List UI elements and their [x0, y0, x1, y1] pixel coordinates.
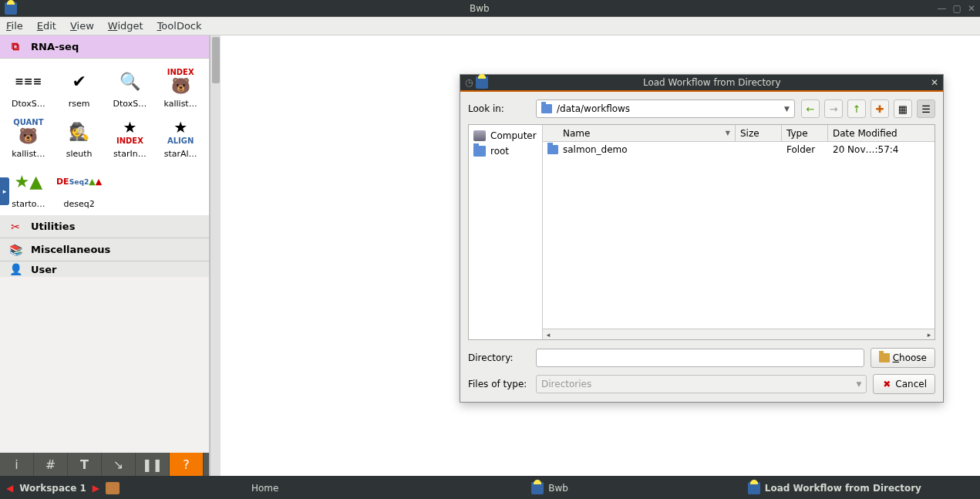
widget-rsem[interactable]: ✔rsem: [56, 63, 103, 110]
folder-icon: [879, 353, 890, 362]
category-label: Miscellaneous: [31, 244, 110, 255]
category-label: RNA-seq: [31, 41, 79, 52]
app-icon: [5, 2, 17, 15]
maximize-button[interactable]: ▢: [953, 3, 961, 14]
deseq2-icon: DESeq2▲▲: [61, 165, 98, 197]
task-home[interactable]: Home: [126, 483, 404, 494]
load-workflow-dialog: ◷ Load Workflow from Directory ✕ Look in…: [460, 74, 944, 403]
widget-dtoxs-1[interactable]: ≡≡≡DtoxS…: [5, 63, 52, 110]
column-name[interactable]: Name▼: [543, 125, 736, 141]
star-index-icon: ★INDEX: [111, 115, 148, 147]
widget-dtoxs-2[interactable]: 🔍DtoxS…: [106, 63, 154, 110]
folder-icon: [473, 146, 486, 157]
sidebar-scrollbar[interactable]: [210, 35, 221, 476]
place-computer[interactable]: Computer: [472, 128, 539, 143]
magnifier-icon: 🔍: [111, 65, 148, 97]
canvas[interactable]: ◷ Load Workflow from Directory ✕ Look in…: [221, 35, 980, 476]
workspace-next-icon[interactable]: ▶: [93, 483, 99, 494]
dialog-close-button[interactable]: ✕: [931, 77, 938, 88]
file-rows[interactable]: salmon_demo Folder 20 Nov…:57:4: [543, 142, 935, 329]
close-button[interactable]: ✕: [968, 3, 975, 14]
folder-icon: [547, 145, 558, 154]
text-button[interactable]: T: [68, 453, 102, 476]
files-of-type-value: Directories: [541, 379, 591, 389]
minimize-button[interactable]: —: [938, 3, 947, 14]
startools-icon: ★▲: [10, 165, 47, 197]
files-of-type-label: Files of type:: [468, 379, 530, 389]
cancel-button[interactable]: ✖Cancel: [873, 374, 935, 394]
grid-button[interactable]: #: [34, 453, 68, 476]
widget-star-index[interactable]: ★INDEXstarIn…: [106, 113, 154, 160]
chevron-down-icon: ▼: [856, 380, 861, 388]
taskbar: ◀ Workspace 1 ▶ Home Bwb Load Workflow f…: [0, 477, 980, 499]
widget-grid: ≡≡≡DtoxS… ✔rsem 🔍DtoxS… INDEX🐻kallist… Q…: [0, 59, 209, 215]
workarea: ⧉ RNA-seq ≡≡≡DtoxS… ✔rsem 🔍DtoxS… INDEX🐻…: [0, 35, 980, 476]
category-user[interactable]: 👤 User: [0, 261, 209, 277]
rsem-icon: ✔: [61, 65, 98, 97]
home-folder-icon[interactable]: [106, 482, 120, 494]
main-window: File Edit View Widget ToolDock ⧉ RNA-seq…: [0, 17, 980, 476]
pause-button[interactable]: ❚❚: [136, 453, 170, 476]
widget-star-align[interactable]: ★ALIGNstarAl…: [157, 113, 204, 160]
folder-icon: [541, 104, 552, 113]
forward-button[interactable]: →: [824, 99, 843, 118]
bottom-toolbar: i # T ↘ ❚❚ ?: [0, 453, 209, 476]
files-of-type-combo: Directories ▼: [536, 375, 867, 393]
side-panel-toggle[interactable]: ▸: [0, 177, 9, 205]
sort-indicator-icon: ▼: [726, 130, 730, 137]
bwb-icon: [748, 482, 760, 494]
bwb-icon: [531, 482, 544, 494]
file-list-header: Name▼ Size Type Date Modified: [543, 125, 935, 142]
help-button[interactable]: ?: [170, 453, 204, 476]
category-rna-seq[interactable]: ⧉ RNA-seq: [0, 35, 209, 59]
kallisto-quant-icon: QUANT🐻: [10, 115, 47, 147]
path-value: /data/workflows: [557, 103, 630, 114]
place-root[interactable]: root: [472, 143, 539, 159]
file-row[interactable]: salmon_demo Folder 20 Nov…:57:4: [543, 142, 935, 157]
category-miscellaneous[interactable]: 📚 Miscellaneous: [0, 238, 209, 261]
look-in-label: Look in:: [468, 103, 530, 114]
horizontal-scrollbar[interactable]: ◂ ▸: [543, 329, 935, 339]
directory-input[interactable]: [536, 349, 864, 367]
column-type[interactable]: Type: [782, 125, 828, 141]
file-browser: Computer root Name▼ Size Type: [468, 124, 935, 340]
sleuth-icon: 🕵: [61, 115, 98, 147]
widget-startools[interactable]: ★▲starto…: [5, 164, 52, 211]
widget-sleuth[interactable]: 🕵sleuth: [56, 113, 103, 160]
task-load-workflow[interactable]: Load Workflow from Directory: [695, 482, 974, 494]
widget-deseq2[interactable]: DESeq2▲▲deseq2: [56, 164, 103, 211]
choose-button[interactable]: Choose: [871, 348, 935, 368]
arrow-button[interactable]: ↘: [102, 453, 136, 476]
up-button[interactable]: ↑: [847, 99, 866, 118]
new-folder-button[interactable]: ✚: [871, 99, 889, 118]
path-combo[interactable]: /data/workflows ▼: [536, 99, 795, 118]
menu-edit[interactable]: Edit: [37, 20, 56, 32]
widget-kallisto-quant[interactable]: QUANT🐻kallist…: [5, 113, 52, 160]
widget-sidebar: ⧉ RNA-seq ≡≡≡DtoxS… ✔rsem 🔍DtoxS… INDEX🐻…: [0, 35, 210, 476]
scroll-left-icon[interactable]: ◂: [543, 331, 554, 339]
menu-view[interactable]: View: [70, 20, 94, 32]
dialog-titlebar: ◷ Load Workflow from Directory ✕: [460, 75, 943, 92]
column-date[interactable]: Date Modified: [828, 125, 935, 141]
category-utilities[interactable]: ✂ Utilities: [0, 215, 209, 238]
menu-tooldock[interactable]: ToolDock: [157, 20, 202, 32]
places-panel: Computer root: [469, 125, 543, 339]
computer-icon: [473, 130, 486, 141]
place-label: Computer: [490, 130, 537, 141]
menu-widget[interactable]: Widget: [108, 20, 143, 32]
menu-file[interactable]: File: [6, 20, 23, 32]
dialog-app-icon: [476, 76, 488, 89]
list-view-button[interactable]: ☰: [917, 99, 935, 118]
workspace-prev-icon[interactable]: ◀: [6, 483, 13, 494]
column-size[interactable]: Size: [736, 125, 782, 141]
workspace-label[interactable]: Workspace 1: [19, 483, 86, 494]
info-button[interactable]: i: [0, 453, 34, 476]
dialog-menu-icon[interactable]: ◷: [465, 77, 473, 88]
window-title: Bwb: [22, 3, 938, 14]
icon-view-button[interactable]: ▦: [894, 99, 912, 118]
back-button[interactable]: ←: [801, 99, 820, 118]
scroll-right-icon[interactable]: ▸: [924, 331, 935, 339]
file-list: Name▼ Size Type Date Modified salmon_dem…: [543, 125, 935, 339]
widget-kallisto-index[interactable]: INDEX🐻kallist…: [157, 63, 204, 110]
task-bwb[interactable]: Bwb: [410, 482, 689, 494]
